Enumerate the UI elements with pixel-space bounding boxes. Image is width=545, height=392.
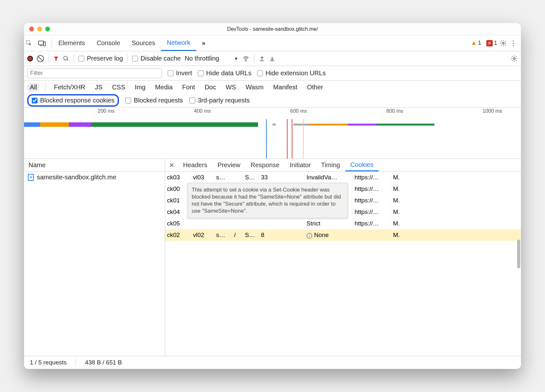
cookie-expires: S… <box>243 174 259 181</box>
close-detail-button[interactable]: ✕ <box>165 161 178 169</box>
dtab-initiator[interactable]: Initiator <box>285 159 316 171</box>
type-chip-wasm[interactable]: Wasm <box>243 83 266 92</box>
timeline-marker <box>303 119 304 159</box>
main-tabs: Elements Console Sources Network » ▲ 1 ✕… <box>24 35 521 51</box>
blocked-response-cookies-checkbox[interactable]: Blocked response cookies <box>27 94 119 107</box>
type-chip-img[interactable]: Img <box>132 83 148 92</box>
type-chip-fetch-xhr[interactable]: Fetch/XHR <box>51 83 88 92</box>
blocked-response-cookies-label: Blocked response cookies <box>40 97 114 104</box>
hide-extension-urls-checkbox[interactable]: Hide extension URLs <box>257 69 326 77</box>
cookie-partition: M. <box>391 174 408 181</box>
cookie-domain: s… <box>214 174 232 181</box>
tab-elements[interactable]: Elements <box>53 35 91 51</box>
scrollbar-thumb[interactable] <box>517 240 520 268</box>
cookie-value: vl02 <box>191 232 214 239</box>
dtab-headers[interactable]: Headers <box>178 159 213 171</box>
preserve-log-checkbox[interactable]: Preserve log <box>79 55 123 62</box>
type-chip-font[interactable]: Font <box>180 83 197 92</box>
error-icon: ✕ <box>486 40 493 46</box>
device-toggle-icon[interactable] <box>38 40 51 46</box>
blocked-requests-input[interactable] <box>125 98 131 103</box>
devtools-window: DevTools - samesite-sandbox.glitch.me/ E… <box>24 23 521 369</box>
disable-cache-label: Disable cache <box>140 55 181 62</box>
cookie-row[interactable]: ck03vl03s…S…33InvalidVa…https://…M. <box>165 172 521 183</box>
search-icon[interactable] <box>63 55 69 62</box>
separator <box>45 83 46 92</box>
filter-input[interactable] <box>27 69 162 78</box>
network-settings-gear-icon[interactable] <box>511 55 518 62</box>
cookie-samesite: Strict <box>304 220 352 227</box>
preserve-log-label: Preserve log <box>87 55 123 62</box>
hide-extension-urls-input[interactable] <box>257 70 263 76</box>
third-party-requests-label: 3rd-party requests <box>198 97 250 104</box>
blocked-requests-checkbox[interactable]: Blocked requests <box>125 97 183 104</box>
document-icon <box>28 174 34 181</box>
cookie-size: 33 <box>259 174 277 181</box>
svg-rect-1 <box>38 41 44 45</box>
throttling-select[interactable]: No throttling ▼ <box>185 55 239 62</box>
tabs-overflow-button[interactable]: » <box>196 35 211 51</box>
cookie-partition: M. <box>391 208 408 216</box>
blocked-requests-label: Blocked requests <box>134 97 183 104</box>
tick-label: 400 ms <box>194 108 211 114</box>
type-chip-ws[interactable]: WS <box>223 83 239 92</box>
tab-sources[interactable]: Sources <box>126 35 161 51</box>
invert-input[interactable] <box>168 70 173 76</box>
dtab-cookies[interactable]: Cookies <box>345 159 379 171</box>
disable-cache-checkbox[interactable]: Disable cache <box>132 55 181 62</box>
cookie-name: ck00 <box>165 185 191 192</box>
type-chip-all[interactable]: All <box>27 83 39 92</box>
kebab-menu-icon[interactable]: ⋮ <box>507 39 520 47</box>
disable-cache-input[interactable] <box>132 56 138 61</box>
upload-har-icon[interactable] <box>259 55 265 62</box>
type-chip-doc[interactable]: Doc <box>202 83 219 92</box>
third-party-requests-input[interactable] <box>189 98 195 103</box>
clear-button[interactable] <box>37 55 44 62</box>
resource-type-filter: AllFetch/XHRJSCSSImgMediaFontDocWSWasmMa… <box>24 81 521 94</box>
hide-data-urls-checkbox[interactable]: Hide data URLs <box>198 69 251 77</box>
request-count: 1 / 5 requests <box>30 359 67 366</box>
tick-label: 1000 ms <box>482 108 502 114</box>
info-icon[interactable]: i <box>306 233 312 239</box>
type-chip-css[interactable]: CSS <box>109 83 128 92</box>
type-chip-other[interactable]: Other <box>305 83 326 92</box>
inspect-element-icon[interactable] <box>25 40 38 47</box>
separator <box>127 54 128 63</box>
cookie-size: 8 <box>259 232 277 239</box>
tab-console[interactable]: Console <box>91 35 126 51</box>
type-chip-media[interactable]: Media <box>153 83 175 92</box>
record-button[interactable] <box>27 56 33 61</box>
cookie-expires: S… <box>243 232 259 239</box>
requests-list: Name samesite-sandbox.glitch.me <box>24 159 165 356</box>
tab-network[interactable]: Network <box>161 35 196 51</box>
cookie-row[interactable]: ck02vl02s…/S…8iNoneM. <box>165 229 521 241</box>
overview-timeline[interactable]: 200 ms 400 ms 600 ms 800 ms 1000 ms <box>24 108 521 159</box>
invert-checkbox[interactable]: Invert <box>168 69 192 77</box>
issue-counters[interactable]: ▲ 1 ✕ 1 <box>471 40 497 46</box>
throttling-value: No throttling <box>185 55 219 62</box>
tick-label: 600 ms <box>290 108 307 114</box>
type-chip-manifest[interactable]: Manifest <box>271 83 300 92</box>
type-chip-js[interactable]: JS <box>92 83 105 92</box>
settings-gear-icon[interactable] <box>500 40 507 47</box>
separator <box>74 54 74 63</box>
request-row[interactable]: samesite-sandbox.glitch.me <box>24 172 165 183</box>
hide-data-urls-input[interactable] <box>198 70 204 76</box>
cookie-partition: M. <box>391 197 408 204</box>
cookie-path: / <box>232 232 243 239</box>
preserve-log-input[interactable] <box>79 56 84 61</box>
third-party-requests-checkbox[interactable]: 3rd-party requests <box>189 97 250 104</box>
filter-toggle-icon[interactable] <box>53 56 59 61</box>
network-conditions-icon[interactable] <box>242 55 249 62</box>
dtab-timing[interactable]: Timing <box>316 159 345 171</box>
svg-point-6 <box>513 58 515 60</box>
name-column-header[interactable]: Name <box>24 159 165 172</box>
cookie-row[interactable]: ck05Stricthttps://…M. <box>165 218 521 229</box>
download-har-icon[interactable] <box>269 55 275 62</box>
cookie-name: ck05 <box>165 220 191 227</box>
transfer-size: 438 B / 651 B <box>85 359 122 366</box>
dtab-response[interactable]: Response <box>246 159 285 171</box>
request-panel: Name samesite-sandbox.glitch.me ✕ Header… <box>24 159 521 356</box>
blocked-response-cookies-input[interactable] <box>32 98 38 103</box>
dtab-preview[interactable]: Preview <box>213 159 246 171</box>
